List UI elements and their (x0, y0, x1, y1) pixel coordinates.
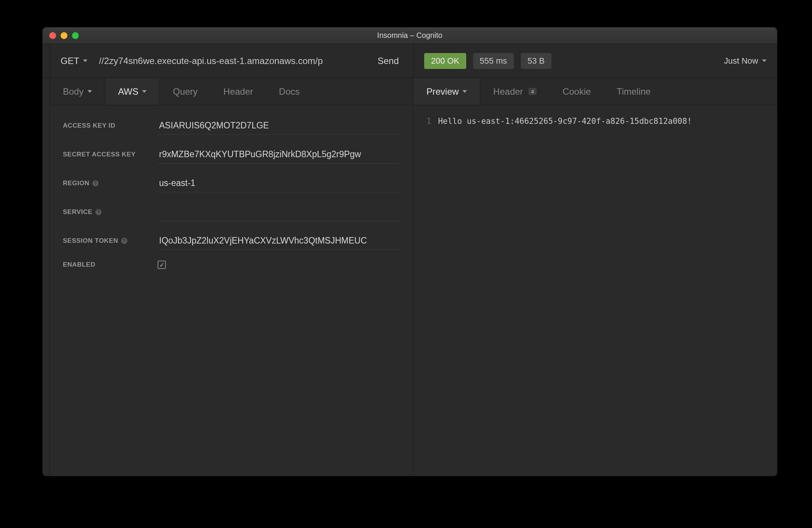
topbar: GET Send 200 OK 555 ms 53 B Just Now (42, 44, 777, 78)
input-service[interactable] (158, 203, 400, 221)
header-count-badge: 4 (528, 88, 537, 95)
fullscreen-icon[interactable] (72, 32, 79, 39)
titlebar: Insomnia – Cognito (42, 27, 777, 44)
label-enabled: ENABLED (63, 261, 158, 269)
size-badge: 53 B (521, 53, 551, 69)
history-label: Just Now (724, 56, 758, 66)
line-number: 1 (426, 117, 438, 465)
tab-preview-label: Preview (426, 86, 459, 97)
history-dropdown[interactable]: Just Now (724, 56, 767, 66)
request-tabs: Body AWS Query Header Docs (50, 78, 413, 105)
left-strip (42, 78, 50, 476)
method-dropdown[interactable]: GET (61, 56, 95, 66)
tab-docs[interactable]: Docs (266, 78, 313, 105)
tab-auth[interactable]: AWS (105, 78, 160, 105)
tab-query[interactable]: Query (160, 78, 210, 105)
checkbox-enabled[interactable]: ✓ (158, 261, 166, 269)
response-panel: Preview Header 4 Cookie Timeline 1 Hello… (414, 78, 777, 476)
input-secret-access-key[interactable] (158, 145, 400, 164)
chevron-down-icon (762, 59, 767, 62)
tab-cookie[interactable]: Cookie (550, 78, 604, 105)
label-session-token: SESSION TOKEN ? (63, 237, 158, 245)
chevron-down-icon (142, 90, 147, 93)
chevron-down-icon (462, 90, 467, 93)
tab-docs-label: Docs (279, 86, 300, 97)
row-region: REGION ? (63, 174, 400, 192)
help-icon[interactable]: ? (95, 209, 102, 215)
chevron-down-icon (87, 90, 92, 93)
tab-header[interactable]: Header (211, 78, 266, 105)
tab-cookie-label: Cookie (562, 86, 591, 97)
input-region[interactable] (158, 174, 400, 192)
row-enabled: ENABLED ✓ (63, 261, 400, 269)
chevron-down-icon (83, 59, 87, 62)
traffic-lights (49, 32, 79, 39)
tab-response-header[interactable]: Header 4 (480, 78, 550, 105)
tab-body-label: Body (63, 86, 84, 97)
row-secret-access-key: SECRET ACCESS KEY (63, 145, 400, 164)
window-title: Insomnia – Cognito (42, 31, 777, 40)
tab-response-header-label: Header (493, 86, 523, 97)
request-bar: GET Send (50, 44, 414, 78)
time-badge: 555 ms (473, 53, 514, 69)
main: Body AWS Query Header Docs (42, 78, 777, 476)
label-access-key-id: ACCESS KEY ID (63, 122, 158, 130)
response-meta-bar: 200 OK 555 ms 53 B Just Now (414, 44, 777, 78)
response-body: 1 Hello us-east-1:46625265-9c97-420f-a82… (414, 105, 777, 476)
app-window: Insomnia – Cognito GET Send 200 OK 555 m… (42, 27, 777, 476)
input-session-token[interactable] (158, 232, 400, 250)
response-text: Hello us-east-1:46625265-9c97-420f-a826-… (438, 117, 692, 465)
method-label: GET (61, 56, 79, 66)
tab-query-label: Query (173, 86, 197, 97)
row-service: SERVICE ? (63, 203, 400, 221)
tab-timeline[interactable]: Timeline (604, 78, 664, 105)
tab-auth-label: AWS (118, 86, 139, 97)
label-secret-access-key: SECRET ACCESS KEY (63, 151, 158, 158)
tab-timeline-label: Timeline (617, 86, 651, 97)
close-icon[interactable] (49, 32, 56, 39)
url-input[interactable] (95, 56, 374, 66)
aws-auth-form: ACCESS KEY ID SECRET ACCESS KEY REGION ? (50, 105, 413, 476)
input-access-key-id[interactable] (158, 117, 400, 135)
label-region: REGION ? (63, 180, 158, 187)
label-service: SERVICE ? (63, 208, 158, 216)
status-badge: 200 OK (424, 53, 466, 69)
tab-preview[interactable]: Preview (414, 78, 480, 105)
tab-body[interactable]: Body (50, 78, 105, 105)
row-access-key-id: ACCESS KEY ID (63, 117, 400, 135)
request-panel: Body AWS Query Header Docs (50, 78, 414, 476)
help-icon[interactable]: ? (92, 180, 98, 186)
sidebar-spacer (42, 44, 50, 78)
response-tabs: Preview Header 4 Cookie Timeline (414, 78, 777, 105)
tab-header-label: Header (223, 86, 253, 97)
send-button[interactable]: Send (374, 56, 403, 66)
help-icon[interactable]: ? (121, 238, 127, 244)
minimize-icon[interactable] (61, 32, 67, 39)
row-session-token: SESSION TOKEN ? (63, 232, 400, 250)
